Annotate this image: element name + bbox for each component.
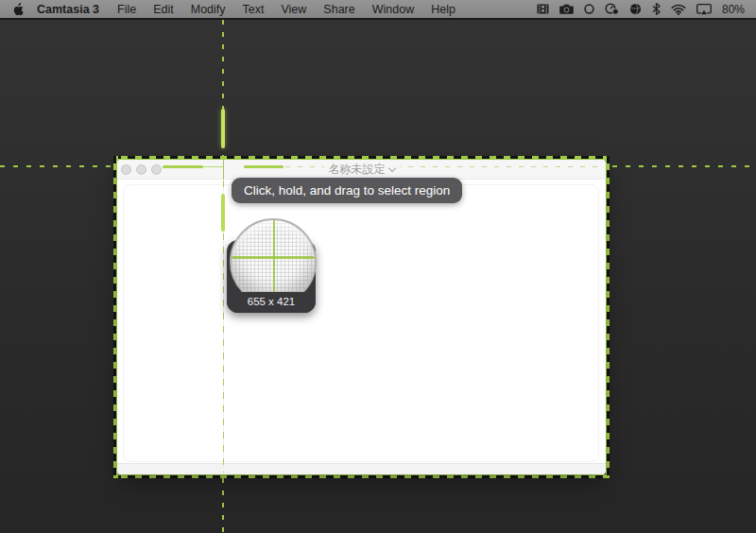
menu-view[interactable]: View (272, 0, 315, 18)
screen: Camtasia 3 File Edit Modify Text View Sh… (0, 0, 756, 533)
vertical-guide-line-bottom (222, 478, 224, 533)
horizontal-guide-thin-segment (203, 166, 223, 168)
wifi-icon[interactable] (671, 4, 686, 15)
menu-bar: Camtasia 3 File Edit Modify Text View Sh… (0, 0, 756, 18)
vertical-guide-highlight-segment (221, 109, 225, 148)
gauge-icon[interactable] (605, 3, 619, 15)
bluetooth-icon[interactable] (652, 3, 661, 15)
apple-menu[interactable] (12, 0, 33, 18)
window-footer-bar (117, 463, 606, 474)
menu-share[interactable]: Share (315, 0, 363, 18)
menu-bar-divider (0, 18, 756, 20)
horizontal-guide-line-left (0, 165, 113, 167)
document-canvas-outline (123, 184, 599, 462)
vertical-guide-through-titlebar (223, 160, 225, 180)
menu-bar-status: 80% (537, 0, 756, 18)
camera-icon[interactable] (559, 4, 574, 14)
menu-help[interactable]: Help (422, 0, 464, 18)
loupe-crosshair-vertical (273, 220, 276, 303)
horizontal-guide-solid-segment-1 (163, 165, 203, 168)
record-ring-icon[interactable] (584, 4, 594, 14)
battery-percentage[interactable]: 80% (722, 3, 745, 16)
horizontal-guide-line-right (612, 165, 756, 167)
apple-icon (12, 3, 24, 16)
airplay-display-icon[interactable] (696, 4, 712, 15)
horizontal-guide-solid-segment-2 (244, 165, 284, 168)
menu-modify[interactable]: Modify (182, 0, 234, 18)
menu-bar-left: Camtasia 3 File Edit Modify Text View Sh… (0, 0, 464, 18)
menu-file[interactable]: File (109, 0, 145, 18)
selection-border-bottom[interactable] (113, 474, 610, 479)
menu-window[interactable]: Window (364, 0, 422, 18)
loupe-dimensions-label: 655 x 421 (227, 292, 316, 313)
menu-edit[interactable]: Edit (145, 0, 182, 18)
region-select-tooltip: Click, hold, and drag to select region (232, 178, 462, 203)
window-title-text: 名称未設定 (329, 163, 386, 176)
menu-text[interactable]: Text (234, 0, 273, 18)
vertical-guide-highlight-segment-2 (221, 194, 225, 232)
window-title: 名称未設定 (117, 160, 606, 180)
selection-frame: 名称未設定 (113, 156, 610, 478)
chevron-down-icon (387, 164, 395, 172)
app-menu-camtasia[interactable]: Camtasia 3 (33, 3, 109, 16)
selection-border-right[interactable] (606, 156, 610, 478)
untitled-window: 名称未設定 (117, 160, 606, 474)
filmstrip-icon[interactable] (537, 4, 549, 14)
globe-icon[interactable] (629, 3, 642, 15)
